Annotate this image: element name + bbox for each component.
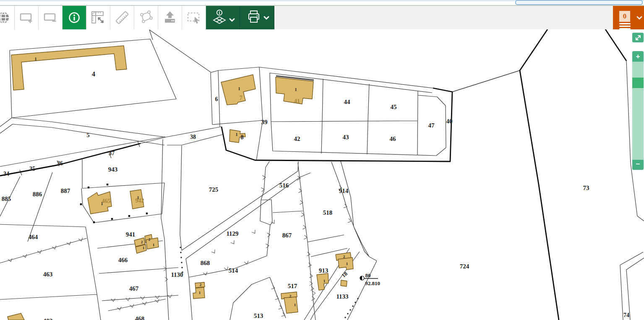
svg-text:466: 466 xyxy=(118,257,128,263)
svg-text:47: 47 xyxy=(428,122,435,129)
svg-text:913: 913 xyxy=(319,267,329,274)
print-icon xyxy=(244,9,270,26)
svg-text:92.810: 92.810 xyxy=(365,280,380,286)
svg-text:42: 42 xyxy=(294,135,300,142)
svg-text:1: 1 xyxy=(199,291,201,295)
layers-menu-button[interactable] xyxy=(206,6,240,29)
measure-area-button[interactable] xyxy=(86,6,110,29)
svg-text:1130: 1130 xyxy=(171,271,183,278)
building-footprints xyxy=(8,46,353,320)
expand-icon xyxy=(635,34,641,41)
svg-text:1: 1 xyxy=(238,86,240,91)
svg-text:43: 43 xyxy=(343,134,349,140)
svg-text:44: 44 xyxy=(344,99,351,105)
svg-text:8: 8 xyxy=(241,134,244,140)
draw-polygon-button[interactable] xyxy=(134,6,158,29)
svg-text:1: 1 xyxy=(346,262,348,266)
svg-text:887: 887 xyxy=(61,187,70,194)
zoom-slider-track[interactable] xyxy=(632,62,644,160)
zoom-in-box-icon xyxy=(19,10,34,25)
svg-text:1129: 1129 xyxy=(226,230,238,237)
svg-text:914: 914 xyxy=(339,187,349,194)
svg-text:886: 886 xyxy=(33,191,42,198)
cadastral-map[interactable]: 4156173914144454740424346813837363534943… xyxy=(0,0,644,320)
svg-text:464: 464 xyxy=(29,234,38,240)
svg-text:6: 6 xyxy=(215,96,218,102)
zoom-out-box-icon xyxy=(43,10,58,25)
svg-text:45: 45 xyxy=(391,104,397,110)
top-scrollbar[interactable] xyxy=(515,0,643,5)
identify-info-button[interactable] xyxy=(63,6,86,29)
svg-text:868: 868 xyxy=(201,260,210,266)
svg-text:465: 465 xyxy=(102,198,111,204)
svg-text:73: 73 xyxy=(583,185,589,191)
svg-text:35: 35 xyxy=(29,166,35,172)
svg-text:1: 1 xyxy=(236,132,238,137)
svg-text:516: 516 xyxy=(279,182,289,189)
svg-text:463: 463 xyxy=(43,271,53,278)
draw-polygon-icon xyxy=(138,10,154,25)
svg-text:1133: 1133 xyxy=(336,293,348,300)
svg-text:1: 1 xyxy=(35,57,37,61)
zoom-out-button[interactable]: − xyxy=(632,160,644,170)
zoom-in-box-button[interactable] xyxy=(15,6,39,29)
svg-text:2: 2 xyxy=(289,294,292,298)
zoom-in-button[interactable]: + xyxy=(632,51,644,62)
svg-text:74: 74 xyxy=(623,312,629,318)
svg-text:36: 36 xyxy=(57,160,63,167)
upload-icon xyxy=(162,10,177,25)
fullscreen-button[interactable] xyxy=(632,33,644,42)
print-menu-button[interactable] xyxy=(240,6,274,29)
svg-text:2: 2 xyxy=(343,255,345,259)
svg-text:1: 1 xyxy=(153,243,155,247)
svg-text:37: 37 xyxy=(109,150,115,156)
measure-distance-icon xyxy=(115,10,130,25)
measure-area-icon xyxy=(91,10,106,25)
globe-icon xyxy=(0,10,14,25)
zoom-out-box-button[interactable] xyxy=(39,6,63,29)
svg-text:5: 5 xyxy=(87,132,90,138)
browser-top-strip xyxy=(0,0,644,5)
svg-text:724: 724 xyxy=(460,263,469,270)
chevron-down-icon xyxy=(636,16,642,20)
svg-text:4: 4 xyxy=(92,70,95,78)
svg-text:468: 468 xyxy=(135,315,145,320)
svg-text:867: 867 xyxy=(282,232,292,239)
svg-text:18: 18 xyxy=(340,270,349,278)
layers-info-icon xyxy=(210,9,235,26)
selection-count-badge: 0 xyxy=(619,11,630,22)
selection-list-menu-button[interactable]: 0 xyxy=(613,6,644,29)
svg-text:46: 46 xyxy=(390,135,396,142)
svg-text:517: 517 xyxy=(288,283,297,289)
toolbar-spacer xyxy=(274,6,613,29)
svg-text:467: 467 xyxy=(129,285,139,292)
svg-text:513: 513 xyxy=(254,312,263,319)
svg-text:941: 941 xyxy=(126,231,136,238)
svg-text:38: 38 xyxy=(190,134,196,140)
svg-text:943: 943 xyxy=(108,166,118,173)
svg-text:2: 2 xyxy=(149,237,151,242)
svg-text:942: 942 xyxy=(136,198,144,204)
svg-text:1: 1 xyxy=(323,279,326,283)
svg-text:514: 514 xyxy=(229,267,238,274)
svg-text:2: 2 xyxy=(141,240,143,244)
select-region-icon xyxy=(186,10,201,25)
svg-text:7: 7 xyxy=(240,95,242,101)
globe-button[interactable] xyxy=(0,6,15,29)
identify-info-icon xyxy=(67,10,82,25)
measure-distance-button[interactable] xyxy=(110,6,134,29)
svg-text:1: 1 xyxy=(295,87,297,92)
svg-text:39: 39 xyxy=(261,119,268,125)
dotted-boundaries xyxy=(180,247,358,318)
svg-text:1: 1 xyxy=(143,246,145,250)
menu-list-icon xyxy=(619,23,631,31)
svg-text:41: 41 xyxy=(294,98,300,104)
svg-text:518: 518 xyxy=(323,209,333,216)
svg-text:34: 34 xyxy=(3,171,9,177)
select-region-button[interactable] xyxy=(182,6,206,29)
svg-text:402: 402 xyxy=(43,317,53,320)
zoom-slider-handle[interactable] xyxy=(632,78,644,88)
svg-text:725: 725 xyxy=(209,186,219,193)
svg-text:2: 2 xyxy=(200,283,202,287)
upload-button[interactable] xyxy=(158,6,182,29)
